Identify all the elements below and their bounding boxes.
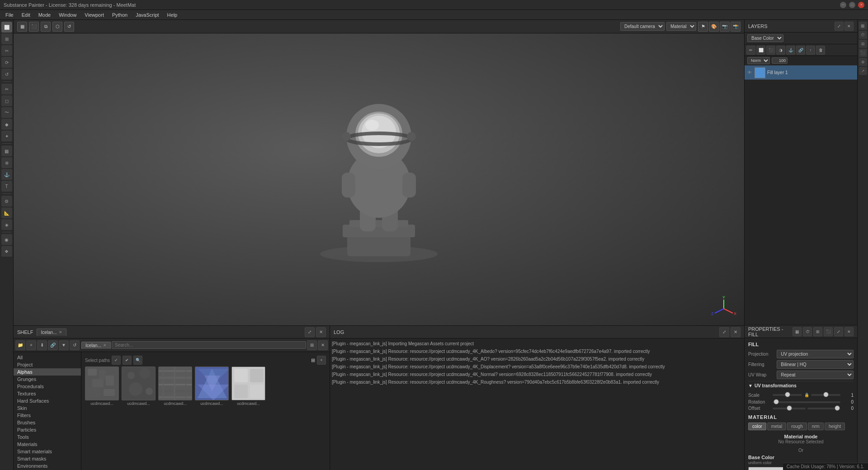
tool-bake[interactable]: ⊗ [1,157,12,168]
tool-fill[interactable]: ◆ [1,119,12,130]
properties-icon2[interactable]: ⏱ [803,327,812,336]
shelf-close-x-icon[interactable]: ✕ [318,340,328,350]
shelf-refresh-icon[interactable]: ↺ [70,340,80,350]
shelf-tree-all[interactable]: All [14,354,81,361]
layers-anchor-icon[interactable]: ⚓ [786,46,795,55]
assets-grid-view-icon[interactable]: ⊞ [311,357,315,363]
shelf-tree-alphas[interactable]: Alphas [14,368,81,376]
shelf-tree-skin[interactable]: Skin [14,404,81,412]
tool-rotate[interactable]: ↺ [1,69,12,80]
properties-icon4[interactable]: ⬛ [824,327,833,336]
viewport-mode-perspective[interactable]: ⬡ [52,22,62,32]
tool-anchor[interactable]: ⚓ [1,169,12,180]
shelf-search-input[interactable] [112,341,306,349]
right-icon-history[interactable]: ⏱ [859,31,867,39]
shelf-tree-procedurals[interactable]: Procedurals [14,383,81,390]
mat-tab-metal[interactable]: metal [767,423,786,430]
shelf-expand-icon[interactable]: ⤢ [305,327,315,337]
tool-extra3[interactable]: ❖ [1,246,12,257]
scale-slider-y[interactable] [811,394,840,396]
shelf-import-icon[interactable]: ⬇ [37,340,47,350]
viewport-snapshot-icon[interactable]: 📸 [731,22,741,32]
right-icon-display[interactable]: ⬛ [859,49,867,57]
tool-pick[interactable]: ✦ [1,131,12,141]
right-icon-bake[interactable]: ⊗ [859,58,867,66]
shelf-tree-environments[interactable]: Environments [14,462,81,470]
projection-select[interactable]: UV projection [777,350,854,358]
tool-extra2[interactable]: ◉ [1,234,12,245]
shelf-close-icon[interactable]: ✕ [316,327,326,337]
layers-link-icon[interactable]: 🔗 [796,46,805,55]
shelf-active-tab-close-icon[interactable]: ✕ [103,343,107,348]
viewport-display-icon[interactable]: 🎨 [709,22,719,32]
viewport-mode-3d[interactable]: ⬛ [29,22,39,32]
viewport-3d[interactable]: X Y Z [14,33,744,325]
shelf-open-folder-icon[interactable]: 📁 [15,340,25,350]
channel-select[interactable]: Base Color [747,34,783,42]
menu-viewport[interactable]: Viewport [81,11,108,19]
log-expand-icon[interactable]: ⤢ [719,327,729,337]
shelf-tree-hard-surfaces[interactable]: Hard Surfaces [14,397,81,404]
menu-mode[interactable]: Mode [35,11,55,19]
tool-extra1[interactable]: ◈ [1,219,12,230]
shelf-tab-close-icon[interactable]: ✕ [59,330,62,334]
offset-slider-y[interactable] [807,408,840,409]
layer-item-fill-1[interactable]: 👁 Fill layer 1 [745,66,857,80]
mat-tab-height[interactable]: height [825,423,845,430]
menu-javascript[interactable]: JavaScript [132,11,162,19]
shelf-tree-project[interactable]: Project [14,361,81,368]
offset-slider-x[interactable] [773,408,806,409]
tool-grid1[interactable]: ⊞ [1,33,12,44]
shelf-tree-tools[interactable]: Tools [14,433,81,441]
shelf-filter-icon[interactable]: ▼ [59,340,69,350]
assets-check-icon[interactable]: ✓ [112,356,121,365]
layers-fill-icon[interactable]: ⬜ [756,46,765,55]
shelf-tree-textures[interactable]: Textures [14,390,81,397]
mat-tab-rough[interactable]: rough [787,423,807,430]
menu-file[interactable]: File [2,11,17,19]
shelf-active-tab[interactable]: Icelan... ✕ [81,342,111,349]
shelf-view-icon[interactable]: ⊞ [307,340,317,350]
assets-add-icon[interactable]: + [317,356,326,365]
tool-select[interactable]: ⬜ [1,22,12,33]
tool-cut[interactable]: ✂ [1,45,12,56]
properties-expand-icon[interactable]: ⤢ [834,327,843,336]
viewport-flag-icon[interactable]: ⚑ [698,22,708,32]
shelf-tree-smart-materials[interactable]: Smart materials [14,448,81,455]
viewport-mode-2d[interactable]: ▦ [17,22,27,32]
shelf-tab[interactable]: Icelan... ✕ [37,329,66,336]
blend-mode-select[interactable]: Norm [747,57,770,64]
shelf-add-icon[interactable]: + [26,340,36,350]
mat-tab-nrm[interactable]: nrm [808,423,824,430]
opacity-input[interactable] [772,57,788,64]
menu-python[interactable]: Python [108,11,131,19]
layers-move-up-icon[interactable]: ↑ [806,46,815,55]
right-icon-properties[interactable]: ⊞ [859,40,867,48]
shelf-tree-smart-masks[interactable]: Smart masks [14,455,81,462]
uv-transform-toggle[interactable]: ▼ UV transformations [748,381,854,390]
layers-close-icon[interactable]: ✕ [844,22,854,31]
asset-item-0[interactable]: ucdmcawd... [85,367,119,406]
camera-select[interactable]: Default camera [620,22,665,31]
scale-slider-x[interactable] [773,394,802,396]
rotation-slider[interactable] [773,401,840,403]
assets-search-icon[interactable]: 🔍 [133,356,142,365]
right-icon-layers[interactable]: ▦ [859,22,867,30]
properties-icon3[interactable]: ⊞ [813,327,822,336]
log-close-icon[interactable]: ✕ [731,327,741,337]
render-mode-select[interactable]: Material [666,22,696,31]
tool-paint[interactable]: ✏ [1,84,12,94]
layers-expand-icon[interactable]: ⤢ [835,22,844,31]
viewport-mode-split[interactable]: ⧉ [41,22,51,32]
filtering-select[interactable]: Bilinear | HQ [777,360,854,369]
minimize-btn[interactable]: ─ [840,2,846,8]
menu-window[interactable]: Window [55,11,80,19]
tool-measure[interactable]: 📐 [1,207,12,218]
tool-text[interactable]: T [1,181,12,192]
viewport-camera-icon[interactable]: 📷 [720,22,730,32]
shelf-tree-particles[interactable]: Particles [14,426,81,433]
tool-eraser[interactable]: ◻ [1,95,12,106]
tool-smudge[interactable]: 〜 [1,107,12,118]
tool-transform[interactable]: ⟳ [1,57,12,68]
shelf-tree-filters[interactable]: Filters [14,412,81,419]
